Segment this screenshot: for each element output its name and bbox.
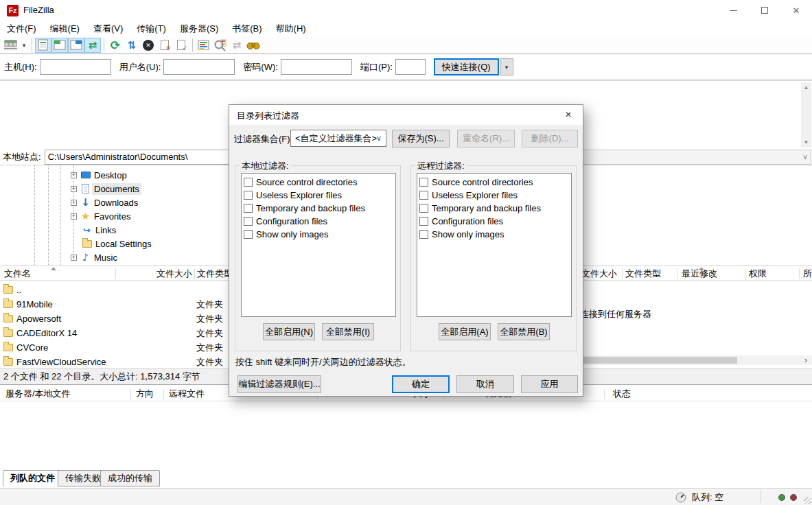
filter-item[interactable]: Source control directories xyxy=(417,176,571,189)
rename-button[interactable]: 重命名(R)... xyxy=(457,130,515,148)
checkbox-unchecked[interactable] xyxy=(244,217,253,226)
close-button[interactable]: ✕ xyxy=(780,0,812,21)
edit-filter-rules-button[interactable]: 编辑过滤器规则(E)... xyxy=(237,375,321,393)
file-row[interactable]: FastViewCloudService 文件夹 xyxy=(0,355,106,369)
column-filetype[interactable]: 文件类型 xyxy=(197,266,233,281)
expand-icon[interactable]: + xyxy=(71,213,77,220)
menu-transfer[interactable]: 传输(T) xyxy=(130,21,173,36)
queue-column-server-local[interactable]: 服务器/本地文件 xyxy=(5,386,71,401)
local-enable-all-button[interactable]: 全部启用(N) xyxy=(263,323,315,340)
menu-server[interactable]: 服务器(S) xyxy=(173,21,225,36)
column-separator[interactable] xyxy=(130,389,131,399)
filter-set-combobox[interactable]: <自定义过滤器集合> ∨ xyxy=(290,130,386,147)
remote-filters-list[interactable]: Source control directories Useless Explo… xyxy=(417,173,572,317)
filter-item[interactable]: Configuration files xyxy=(417,215,571,228)
filter-item[interactable]: Useless Explorer files xyxy=(242,189,395,202)
remote-disable-all-button[interactable]: 全部禁用(B) xyxy=(498,323,550,340)
column-separator[interactable] xyxy=(194,268,195,279)
save-as-button[interactable]: 保存为(S)... xyxy=(392,130,450,148)
file-row-up[interactable]: .. xyxy=(0,283,21,297)
checkbox-unchecked[interactable] xyxy=(244,191,253,200)
file-row[interactable]: Apowersoft 文件夹 xyxy=(0,312,61,326)
menu-file[interactable]: 文件(F) xyxy=(0,21,43,36)
tree-item-desktop[interactable]: + Desktop xyxy=(71,168,127,182)
minimize-button[interactable] xyxy=(717,0,749,21)
column-separator[interactable] xyxy=(622,268,623,279)
checkbox-unchecked[interactable] xyxy=(244,230,253,239)
checkbox-unchecked[interactable] xyxy=(244,204,253,213)
quickconnect-dropdown-button[interactable]: ▾ xyxy=(500,58,513,75)
tree-item-downloads[interactable]: + ↓ Downloads xyxy=(71,196,138,209)
dialog-close-button[interactable]: ✕ xyxy=(554,105,583,125)
local-disable-all-button[interactable]: 全部禁用(I) xyxy=(322,323,374,340)
find-files-button[interactable] xyxy=(245,38,262,53)
host-input[interactable] xyxy=(40,59,111,75)
expand-icon[interactable]: + xyxy=(71,255,77,261)
port-input[interactable] xyxy=(395,59,426,75)
menu-help[interactable]: 帮助(H) xyxy=(269,21,313,36)
directory-comparison-button[interactable] xyxy=(212,38,229,53)
filter-item[interactable]: Show only images xyxy=(242,228,395,241)
menu-view[interactable]: 查看(V) xyxy=(86,21,130,36)
file-row[interactable]: CADEditorX 14 文件夹 xyxy=(0,326,77,340)
checkbox-unchecked[interactable] xyxy=(419,230,428,239)
refresh-button[interactable]: ⟳ xyxy=(107,38,124,53)
cancel-dialog-button[interactable]: 取消 xyxy=(456,375,514,393)
filter-item[interactable]: Source control directories xyxy=(242,176,395,189)
menu-bookmarks[interactable]: 书签(B) xyxy=(225,21,268,36)
site-manager-button[interactable] xyxy=(3,38,19,53)
remote-column-filesize[interactable]: 文件大小 xyxy=(581,266,617,281)
tab-queued-files[interactable]: 列队的文件 xyxy=(3,470,62,486)
menu-edit[interactable]: 编辑(E) xyxy=(43,21,86,36)
column-separator[interactable] xyxy=(745,268,745,279)
quickconnect-button[interactable]: 快速连接(Q) xyxy=(434,58,499,75)
local-filters-list[interactable]: Source control directories Useless Explo… xyxy=(241,173,396,317)
reconnect-button[interactable]: ✓ xyxy=(173,38,189,53)
ok-button[interactable]: 确定 xyxy=(392,375,450,393)
tree-item-links[interactable]: ↪ Links xyxy=(71,223,116,237)
filter-item[interactable]: Temporary and backup files xyxy=(417,202,571,215)
checkbox-unchecked[interactable] xyxy=(419,178,428,187)
column-separator[interactable] xyxy=(604,389,605,399)
column-separator[interactable] xyxy=(799,268,800,279)
site-manager-dropdown-button[interactable]: ▾ xyxy=(19,38,29,53)
remote-enable-all-button[interactable]: 全部启用(A) xyxy=(439,323,491,340)
remote-column-owner[interactable]: 所 xyxy=(803,266,812,281)
column-separator[interactable] xyxy=(163,389,164,399)
toggle-transfer-queue-button[interactable]: ⇄ xyxy=(84,38,101,53)
tab-successful-transfers[interactable]: 成功的传输 xyxy=(100,470,160,486)
column-separator[interactable] xyxy=(677,268,677,279)
toggle-message-log-button[interactable] xyxy=(35,38,51,53)
file-row[interactable]: CVCore 文件夹 xyxy=(0,340,48,355)
directory-listing-filters-button[interactable] xyxy=(196,38,212,53)
message-log-scrollbar[interactable]: ▲ ▼ xyxy=(801,82,811,148)
expand-icon[interactable]: + xyxy=(71,200,77,206)
maximize-button[interactable] xyxy=(749,0,780,21)
queue-column-remote-file[interactable]: 远程文件 xyxy=(169,386,205,401)
resize-grip[interactable] xyxy=(804,497,811,504)
filter-item[interactable]: Configuration files xyxy=(242,215,395,228)
remote-column-permissions[interactable]: 权限 xyxy=(749,266,767,281)
apply-button[interactable]: 应用 xyxy=(521,375,578,393)
cancel-operation-button[interactable]: ✕ xyxy=(140,38,156,53)
tree-item-local-settings[interactable]: Local Settings xyxy=(71,237,152,250)
password-input[interactable] xyxy=(281,59,352,75)
username-input[interactable] xyxy=(163,59,235,75)
column-filesize[interactable]: 文件大小 xyxy=(115,266,192,281)
disconnect-button[interactable]: ✕ xyxy=(156,38,173,53)
checkbox-unchecked[interactable] xyxy=(419,217,428,226)
checkbox-unchecked[interactable] xyxy=(244,178,253,187)
delete-button[interactable]: 删除(D)... xyxy=(522,130,578,148)
checkbox-unchecked[interactable] xyxy=(419,191,428,200)
filter-item[interactable]: Useless Explorer files xyxy=(417,189,571,202)
queue-column-direction[interactable]: 方向 xyxy=(136,386,154,401)
tree-item-favorites[interactable]: + ★ Favorites xyxy=(71,209,130,223)
file-row[interactable]: 91Mobile 文件夹 xyxy=(0,297,53,312)
expand-icon[interactable]: + xyxy=(71,186,77,192)
column-filename[interactable]: 文件名 xyxy=(4,266,31,281)
tree-item-documents[interactable]: + Documents xyxy=(71,182,141,196)
expand-icon[interactable]: + xyxy=(71,172,77,178)
queue-column-status[interactable]: 状态 xyxy=(613,386,631,401)
tree-item-music[interactable]: + ♪ Music xyxy=(71,250,117,264)
remote-column-filetype[interactable]: 文件类型 xyxy=(625,266,661,281)
